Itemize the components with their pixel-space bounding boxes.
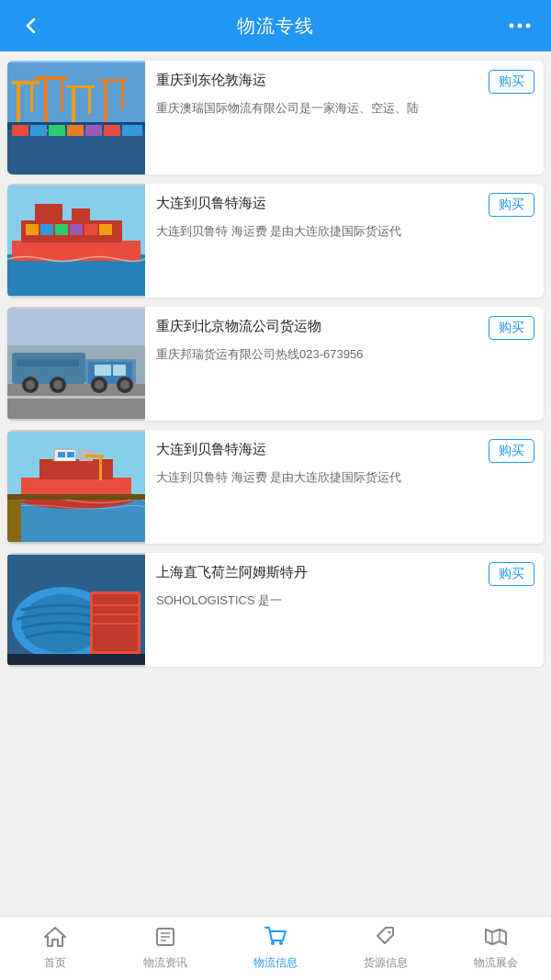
product-image [7, 430, 145, 544]
more-button[interactable] [503, 9, 536, 42]
tag-icon [375, 926, 397, 952]
product-list: 重庆到东伦敦海运 购买 重庆澳瑞国际物流有限公司是一家海运、空运、陆 [0, 51, 551, 916]
nav-label-source: 货源信息 [364, 955, 408, 971]
page-title: 物流专线 [237, 14, 314, 39]
svg-point-2 [526, 24, 531, 28]
card-desc: 大连到贝鲁特 海运费 是由大连欣捷国际货运代 [156, 222, 534, 242]
card-title: 上海直飞荷兰阿姆斯特丹 [156, 562, 483, 581]
card-title: 重庆到东伦敦海运 [156, 70, 483, 89]
svg-rect-65 [67, 452, 74, 457]
nav-item-home[interactable]: 首页 [0, 917, 110, 980]
svg-rect-34 [70, 224, 83, 235]
svg-point-85 [271, 941, 275, 945]
list-item[interactable]: 重庆到北京物流公司货运物 购买 重庆邦瑞货运有限公司热线023-673956 [7, 307, 544, 421]
svg-rect-16 [121, 82, 124, 109]
nav-item-expo[interactable]: 物流展会 [441, 917, 551, 980]
svg-rect-14 [104, 79, 107, 130]
svg-point-50 [53, 380, 62, 389]
svg-rect-33 [55, 224, 68, 235]
buy-button[interactable]: 购买 [489, 193, 534, 217]
svg-rect-19 [30, 125, 47, 136]
svg-rect-31 [26, 224, 39, 235]
nav-label-home: 首页 [44, 955, 66, 971]
svg-rect-23 [104, 125, 120, 136]
svg-rect-21 [67, 125, 84, 136]
nav-label-news: 物流资讯 [143, 955, 187, 971]
svg-rect-42 [12, 353, 85, 384]
svg-rect-46 [113, 365, 126, 376]
nav-label-expo: 物流展会 [474, 955, 518, 971]
buy-button[interactable]: 购买 [489, 70, 534, 94]
card-desc: 重庆邦瑞货运有限公司热线023-673956 [156, 345, 534, 365]
back-button[interactable] [15, 9, 48, 42]
cart-icon [264, 926, 287, 952]
svg-rect-45 [95, 365, 111, 376]
list-item[interactable]: 上海直飞荷兰阿姆斯特丹 购买 SOHOLOGISTICS 是一 [7, 553, 544, 667]
card-desc: 大连到贝鲁特 海运费 是由大连欣捷国际货运代 [156, 468, 534, 488]
svg-rect-22 [85, 125, 102, 136]
card-desc: SOHOLOGISTICS 是一 [156, 591, 534, 611]
svg-rect-9 [35, 76, 67, 80]
card-title: 大连到贝鲁特海运 [156, 439, 483, 458]
card-content: 大连到贝鲁特海运 购买 大连到贝鲁特 海运费 是由大连欣捷国际货运代 [145, 184, 544, 298]
svg-rect-18 [12, 125, 28, 136]
svg-rect-55 [17, 359, 79, 366]
card-content: 重庆到北京物流公司货运物 购买 重庆邦瑞货运有限公司热线023-673956 [145, 307, 544, 421]
svg-point-1 [518, 24, 523, 28]
svg-rect-20 [49, 125, 65, 136]
card-content: 上海直飞荷兰阿姆斯特丹 购买 SOHOLOGISTICS 是一 [145, 553, 544, 667]
svg-rect-13 [88, 88, 91, 114]
svg-rect-66 [99, 455, 102, 480]
nav-item-source[interactable]: 货源信息 [331, 917, 441, 980]
card-desc: 重庆澳瑞国际物流有限公司是一家海运、空运、陆 [156, 99, 534, 118]
buy-button[interactable]: 购买 [489, 562, 534, 586]
svg-rect-29 [35, 204, 62, 222]
svg-point-54 [120, 380, 129, 389]
svg-point-0 [510, 24, 514, 28]
list-item[interactable]: 重庆到东伦敦海运 购买 重庆澳瑞国际物流有限公司是一家海运、空运、陆 [7, 61, 544, 175]
card-content: 重庆到东伦敦海运 购买 重庆澳瑞国际物流有限公司是一家海运、空运、陆 [145, 61, 544, 175]
svg-rect-79 [7, 654, 145, 665]
news-icon [154, 926, 176, 952]
card-content: 大连到贝鲁特海运 购买 大连到贝鲁特 海运费 是由大连欣捷国际货运代 [145, 430, 544, 544]
nav-item-info[interactable]: 物流信息 [220, 917, 331, 980]
svg-marker-88 [486, 929, 506, 944]
svg-marker-80 [45, 928, 65, 946]
svg-rect-36 [99, 224, 112, 235]
list-item[interactable]: 大连到贝鲁特海运 购买 大连到贝鲁特 海运费 是由大连欣捷国际货运代 [7, 184, 544, 298]
svg-rect-12 [67, 85, 95, 88]
product-image [7, 553, 145, 667]
svg-rect-39 [7, 396, 145, 399]
svg-rect-10 [61, 80, 63, 112]
list-item[interactable]: 大连到贝鲁特海运 购买 大连到贝鲁特 海运费 是由大连欣捷国际货运代 [7, 430, 544, 544]
svg-point-52 [95, 380, 104, 389]
home-icon [43, 926, 67, 952]
map-icon [484, 926, 508, 952]
svg-point-48 [26, 380, 35, 389]
svg-rect-67 [85, 455, 104, 457]
product-image [7, 184, 145, 298]
product-image [7, 61, 145, 175]
svg-rect-15 [99, 79, 127, 82]
svg-rect-32 [40, 224, 53, 235]
card-title: 大连到贝鲁特海运 [156, 193, 483, 212]
svg-rect-6 [12, 81, 39, 84]
bottom-navigation: 首页 物流资讯 物流信息 货 [0, 916, 551, 980]
svg-rect-69 [7, 494, 145, 500]
buy-button[interactable]: 购买 [489, 316, 534, 340]
svg-rect-7 [30, 84, 33, 112]
svg-rect-35 [84, 224, 97, 235]
header: 物流专线 [0, 0, 551, 51]
svg-point-86 [279, 941, 283, 945]
product-image [7, 307, 145, 421]
svg-rect-24 [122, 125, 142, 136]
buy-button[interactable]: 购买 [489, 439, 534, 463]
svg-rect-64 [58, 452, 65, 457]
svg-rect-30 [72, 208, 90, 222]
nav-label-info: 物流信息 [253, 955, 298, 971]
card-title: 重庆到北京物流公司货运物 [156, 316, 483, 335]
svg-rect-68 [7, 494, 21, 542]
svg-point-87 [388, 931, 391, 934]
svg-rect-27 [12, 241, 141, 261]
nav-item-news[interactable]: 物流资讯 [110, 917, 220, 980]
